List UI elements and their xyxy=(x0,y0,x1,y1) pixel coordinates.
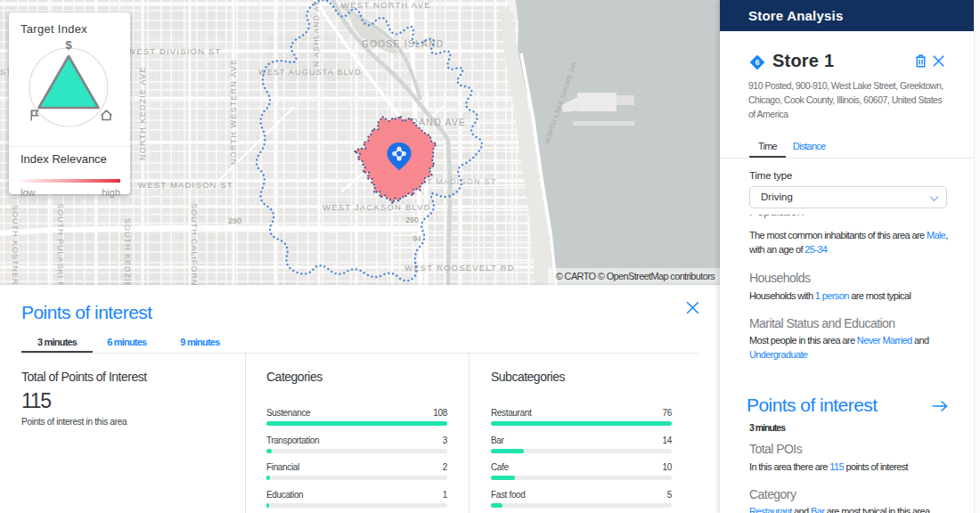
svg-text:GOOSE ISLAND: GOOSE ISLAND xyxy=(362,39,444,49)
svg-text:SOUTH PULASKI RD: SOUTH PULASKI RD xyxy=(56,203,65,285)
svg-text:WEST JACKSON BLVD: WEST JACKSON BLVD xyxy=(323,202,431,212)
svg-text:WEST MADISON ST: WEST MADISON ST xyxy=(138,180,233,190)
svg-text:290: 290 xyxy=(228,216,241,225)
svg-text:N ASHLAND AVE: N ASHLAND AVE xyxy=(312,0,321,67)
svg-text:WEST ROOSEVELT RD: WEST ROOSEVELT RD xyxy=(404,263,515,273)
svg-text:SOUTH CALIFORNIA AVE: SOUTH CALIFORNIA AVE xyxy=(190,203,199,285)
svg-text:WEST NORTH AVE: WEST NORTH AVE xyxy=(341,0,431,10)
svg-text:290: 290 xyxy=(405,216,419,224)
svg-text:NORTH KEDZIE AVE: NORTH KEDZIE AVE xyxy=(138,67,147,160)
svg-text:SOUTH KEDZIE: SOUTH KEDZIE xyxy=(123,218,132,285)
svg-text:NORTH WESTERN AVE: NORTH WESTERN AVE xyxy=(229,59,238,165)
svg-text:94: 94 xyxy=(412,234,421,243)
svg-text:WEST AUGUSTA BLVD: WEST AUGUSTA BLVD xyxy=(258,68,362,77)
svg-text:SOUTH KOSTNER AVE: SOUTH KOSTNER AVE xyxy=(11,205,20,285)
svg-text:$: $ xyxy=(65,38,72,52)
svg-text:WEST DIVISION ST: WEST DIVISION ST xyxy=(127,46,222,56)
svg-text:6: 6 xyxy=(755,58,760,67)
